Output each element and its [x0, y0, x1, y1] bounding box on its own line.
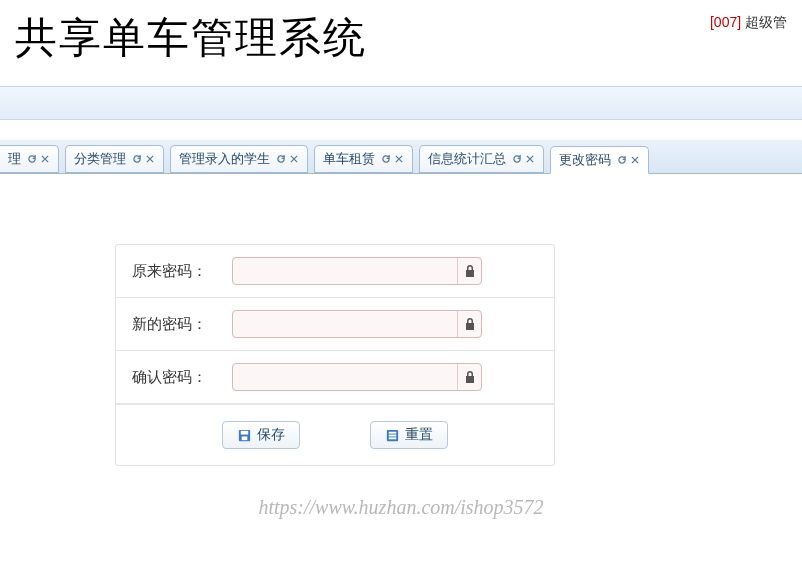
- button-row: 保存 重置: [116, 404, 554, 465]
- confirm-password-label: 确认密码：: [132, 368, 232, 387]
- svg-rect-5: [389, 434, 397, 436]
- svg-rect-6: [389, 437, 397, 439]
- tab-label: 信息统计汇总: [428, 150, 506, 168]
- tab-label: 分类管理: [74, 150, 126, 168]
- lock-icon: [457, 258, 481, 284]
- tab-category[interactable]: 分类管理: [65, 145, 164, 173]
- user-info: [007] 超级管: [710, 14, 787, 32]
- tab-stats[interactable]: 信息统计汇总: [419, 145, 544, 173]
- save-button[interactable]: 保存: [222, 421, 300, 449]
- watermark-text: https://www.huzhan.com/ishop3572: [0, 496, 802, 519]
- close-icon[interactable]: [289, 154, 299, 164]
- reset-button[interactable]: 重置: [370, 421, 448, 449]
- form-row-new-password: 新的密码：: [116, 298, 554, 351]
- tab-students[interactable]: 管理录入的学生: [170, 145, 308, 173]
- content-area: 原来密码： 新的密码： 确认密码：: [0, 174, 802, 519]
- close-icon[interactable]: [145, 154, 155, 164]
- svg-rect-2: [242, 436, 248, 440]
- old-password-input[interactable]: [233, 258, 457, 284]
- svg-rect-4: [389, 431, 397, 433]
- save-label: 保存: [257, 426, 285, 444]
- refresh-icon[interactable]: [381, 154, 391, 164]
- page-header: 共享单车管理系统 [007] 超级管: [0, 0, 802, 86]
- tab-label: 理: [8, 150, 21, 168]
- refresh-icon[interactable]: [617, 155, 627, 165]
- user-code: [007]: [710, 14, 741, 30]
- tab-rental[interactable]: 单车租赁: [314, 145, 413, 173]
- refresh-icon[interactable]: [276, 154, 286, 164]
- refresh-icon[interactable]: [132, 154, 142, 164]
- old-password-wrap: [232, 257, 482, 285]
- close-icon[interactable]: [525, 154, 535, 164]
- form-row-confirm-password: 确认密码：: [116, 351, 554, 404]
- reset-icon: [385, 428, 400, 443]
- refresh-icon[interactable]: [27, 154, 37, 164]
- old-password-label: 原来密码：: [132, 262, 232, 281]
- svg-rect-1: [241, 430, 249, 434]
- new-password-input[interactable]: [233, 311, 457, 337]
- tabs-bar: 理 分类管理 管理录入的学生 单车租赁 信息统计汇总 更改密: [0, 140, 802, 174]
- tab-label: 管理录入的学生: [179, 150, 270, 168]
- lock-icon: [457, 364, 481, 390]
- tab-manage[interactable]: 理: [0, 145, 59, 173]
- tab-label: 单车租赁: [323, 150, 375, 168]
- refresh-icon[interactable]: [512, 154, 522, 164]
- user-role: 超级管: [745, 14, 787, 30]
- new-password-label: 新的密码：: [132, 315, 232, 334]
- new-password-wrap: [232, 310, 482, 338]
- tab-label: 更改密码: [559, 151, 611, 169]
- close-icon[interactable]: [630, 155, 640, 165]
- tab-change-password[interactable]: 更改密码: [550, 146, 649, 174]
- change-password-form: 原来密码： 新的密码： 确认密码：: [115, 244, 555, 466]
- reset-label: 重置: [405, 426, 433, 444]
- ribbon-bar: [0, 86, 802, 120]
- close-icon[interactable]: [40, 154, 50, 164]
- form-row-old-password: 原来密码：: [116, 245, 554, 298]
- close-icon[interactable]: [394, 154, 404, 164]
- app-title: 共享单车管理系统: [15, 10, 367, 66]
- confirm-password-input[interactable]: [233, 364, 457, 390]
- save-icon: [237, 428, 252, 443]
- lock-icon: [457, 311, 481, 337]
- confirm-password-wrap: [232, 363, 482, 391]
